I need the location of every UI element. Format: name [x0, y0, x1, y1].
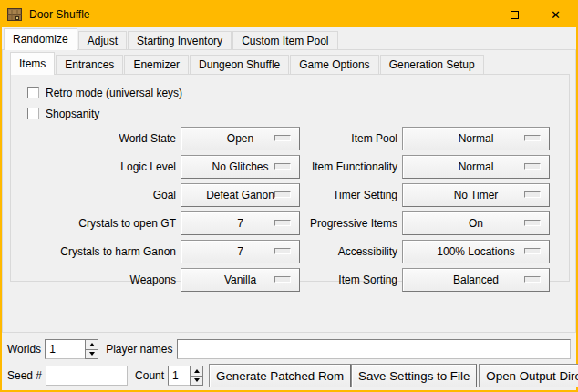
player-names-label: Player names	[106, 343, 172, 356]
accessibility-dropdown[interactable]: 100% Locations	[402, 240, 550, 263]
close-button[interactable]: ✕	[535, 2, 576, 27]
weapons-dropdown[interactable]: Vanilla	[181, 268, 300, 292]
generate-patched-rom-button[interactable]: Generate Patched Rom	[209, 364, 351, 387]
dropdown-value: Normal	[459, 132, 494, 145]
checkbox-icon	[27, 108, 39, 119]
tab-label: Generation Setup	[389, 58, 475, 71]
count-input[interactable]	[168, 366, 190, 386]
item-sorting-label: Item Sorting	[338, 273, 397, 286]
goal-label: Goal	[153, 189, 176, 201]
item-functionality-dropdown[interactable]: Normal	[402, 155, 550, 179]
dropdown-value: Balanced	[453, 273, 499, 286]
tab-adjust[interactable]: Adjust	[78, 31, 127, 49]
dropdown-indicator-icon	[274, 220, 291, 226]
tab-label: Randomize	[13, 33, 68, 46]
dropdown-indicator-icon	[524, 220, 541, 226]
arrow-up-icon	[194, 369, 200, 373]
logic-level-dropdown[interactable]: No Glitches	[181, 155, 300, 179]
count-label: Count	[135, 369, 164, 382]
item-functionality-label: Item Functionality	[312, 160, 397, 173]
accessibility-label: Accessibility	[338, 245, 397, 258]
maximize-icon	[511, 11, 519, 19]
shopsanity-checkbox[interactable]: Shopsanity	[27, 103, 569, 124]
timer-setting-dropdown[interactable]: No Timer	[402, 183, 550, 207]
window-title: Door Shuffle	[29, 8, 453, 21]
crystals-ganon-dropdown[interactable]: 7	[181, 240, 300, 263]
arrow-down-icon	[194, 378, 200, 382]
open-output-directory-button[interactable]: Open Output Directory	[479, 364, 578, 387]
dropdown-value: Normal	[459, 160, 494, 173]
item-pool-dropdown[interactable]: Normal	[402, 127, 550, 150]
dropdown-indicator-icon	[524, 191, 541, 198]
seed-label: Seed #	[7, 369, 42, 382]
worlds-spinner	[45, 339, 98, 359]
items-panel: Retro mode (universal keys) Shopsanity W…	[10, 74, 570, 282]
timer-setting-label: Timer Setting	[333, 189, 397, 201]
count-spinner	[168, 366, 203, 386]
tab-label: Adjust	[88, 35, 118, 47]
weapons-label: Weapons	[130, 273, 176, 286]
dropdown-indicator-icon	[524, 135, 541, 141]
tab-starting-inventory[interactable]: Starting Inventory	[128, 31, 232, 49]
tab-dungeon-shuffle[interactable]: Dungeon Shuffle	[190, 55, 289, 74]
progressive-items-label: Progressive Items	[310, 217, 397, 230]
tab-items[interactable]: Items	[10, 52, 55, 75]
item-sorting-dropdown[interactable]: Balanced	[402, 268, 550, 292]
worlds-input[interactable]	[45, 339, 85, 359]
count-spinner-up-button[interactable]	[190, 366, 203, 377]
tab-game-options[interactable]: Game Options	[290, 55, 378, 74]
tab-label: Enemizer	[133, 58, 180, 71]
close-icon: ✕	[551, 9, 561, 21]
maximize-button[interactable]	[494, 2, 535, 27]
dropdown-value: Defeat Ganon	[206, 189, 274, 201]
tab-label: Custom Item Pool	[242, 35, 328, 47]
tab-label: Game Options	[299, 58, 369, 71]
goal-dropdown[interactable]: Defeat Ganon	[181, 183, 300, 207]
crystals-gt-label: Crystals to open GT	[78, 217, 176, 230]
dropdown-indicator-icon	[274, 191, 291, 198]
worlds-spinner-down-button[interactable]	[85, 350, 98, 360]
seed-input[interactable]	[46, 366, 128, 386]
count-spinner-down-button[interactable]	[190, 377, 203, 387]
tab-label: Entrances	[65, 58, 114, 71]
checkbox-icon	[27, 87, 39, 98]
tab-custom-item-pool[interactable]: Custom Item Pool	[232, 31, 337, 49]
dropdown-value: On	[469, 217, 483, 230]
randomize-panel: Items Entrances Enemizer Dungeon Shuffle…	[2, 49, 576, 333]
worlds-label: Worlds	[7, 343, 41, 356]
dropdown-value: Open	[227, 132, 253, 145]
tab-enemizer[interactable]: Enemizer	[124, 55, 189, 74]
tab-entrances[interactable]: Entrances	[56, 55, 123, 74]
dropdown-indicator-icon	[274, 248, 291, 254]
arrow-down-icon	[89, 352, 95, 356]
tab-label: Starting Inventory	[137, 35, 222, 47]
dropdown-indicator-icon	[524, 163, 541, 170]
progressive-items-dropdown[interactable]: On	[402, 211, 550, 235]
dropdown-indicator-icon	[524, 248, 541, 254]
app-chest-icon	[7, 7, 22, 22]
titlebar[interactable]: Door Shuffle ✕	[2, 2, 576, 27]
dropdown-indicator-icon	[274, 163, 291, 170]
crystals-ganon-label: Crystals to harm Ganon	[60, 245, 176, 258]
retro-mode-checkbox[interactable]: Retro mode (universal keys)	[27, 82, 569, 103]
dropdown-indicator-icon	[524, 276, 541, 283]
minimize-button[interactable]	[453, 2, 494, 27]
world-state-dropdown[interactable]: Open	[181, 127, 300, 150]
arrow-up-icon	[89, 343, 95, 346]
dropdown-value: Vanilla	[224, 273, 256, 286]
player-names-input[interactable]	[177, 339, 572, 359]
minimize-icon	[470, 15, 479, 15]
item-pool-label: Item Pool	[351, 132, 397, 145]
dropdown-indicator-icon	[274, 135, 291, 141]
save-settings-button[interactable]: Save Settings to File	[351, 364, 477, 387]
tab-label: Items	[19, 57, 46, 70]
tab-randomize[interactable]: Randomize	[4, 28, 77, 50]
crystals-gt-dropdown[interactable]: 7	[181, 211, 300, 235]
dropdown-value: 7	[237, 217, 243, 230]
tab-generation-setup[interactable]: Generation Setup	[380, 55, 484, 74]
checkbox-label: Shopsanity	[46, 108, 99, 120]
worlds-spinner-up-button[interactable]	[85, 339, 98, 350]
door-shuffle-window: Door Shuffle ✕ Randomize Adjust Starting…	[0, 0, 578, 392]
dropdown-indicator-icon	[274, 276, 291, 283]
dropdown-value: 7	[237, 245, 243, 258]
